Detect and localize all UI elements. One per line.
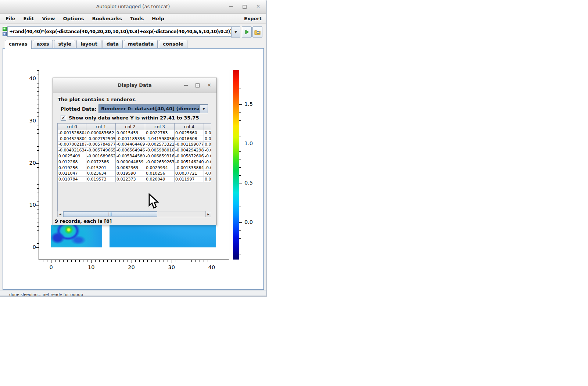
table-cell[interactable]: -0.002573321... [145,142,175,147]
table-cell[interactable]: -0.004464469... [116,142,145,147]
dialog-title-bar[interactable]: Display Data ✕ [53,78,216,93]
table-cell[interactable]: -0.005146240... [175,159,204,165]
table-cell[interactable]: 0.022373 [116,176,145,182]
tab-style[interactable]: style [54,40,75,48]
table-cell[interactable]: -0.005749665... [86,147,116,153]
filter-checkbox[interactable]: ✔ [61,115,66,121]
table-cell[interactable]: -0.004529800... [58,136,86,142]
tab-canvas[interactable]: canvas [5,40,32,49]
colorbar[interactable] [233,70,239,260]
table-cell[interactable]: -0.006564946... [116,147,145,153]
table-cell[interactable]: 0.015201 [86,165,116,171]
table-cell[interactable]: -0.0 [204,159,212,165]
table-cell[interactable]: -0.001689662... [86,153,116,159]
column-header[interactable] [204,124,212,130]
dialog-minimize-icon[interactable] [184,85,188,86]
table-cell[interactable]: 0.00 [204,136,212,142]
table-cell[interactable]: -0.002752505... [86,136,116,142]
dialog-maximize-icon[interactable] [196,83,200,87]
horizontal-scrollbar[interactable]: ◀ ||| ▶ [57,211,211,217]
table-cell[interactable]: 0.0082369 [116,165,145,171]
colorbar-tick [239,222,242,223]
table-cell[interactable]: 0.0029934 [145,165,175,171]
table-cell[interactable]: -0.005988016... [145,147,175,153]
table-cell[interactable]: -0.0 [204,165,212,171]
table-cell[interactable]: 0.012268 [58,159,86,165]
column-header[interactable]: col 4 [175,124,204,130]
x-tick [75,260,76,262]
table-cell[interactable]: 0.011997 [175,176,204,182]
close-icon[interactable]: ✕ [256,5,260,8]
tab-console[interactable]: console [159,40,187,48]
scroll-right-button[interactable]: ▶ [205,211,211,217]
maximize-icon[interactable] [243,5,247,9]
table-cell[interactable]: 0.00 [204,176,212,182]
table-cell[interactable]: 0.0022783 [145,130,175,136]
table-cell[interactable]: -0.005872606... [175,153,204,159]
menu-options[interactable]: Options [59,16,88,21]
uri-dropdown-button[interactable]: ▼ [231,26,240,37]
tab-axes[interactable]: axes [33,40,53,48]
tab-data[interactable]: data [103,40,123,48]
table-cell[interactable]: 0.019590 [116,171,145,176]
table-cell[interactable]: -0.002639263... [145,159,175,165]
table-cell[interactable]: 0.0025660 [175,130,204,136]
table-cell[interactable]: -0.001333864... [175,165,204,171]
table-cell[interactable]: -0.005784977... [86,142,116,147]
table-cell[interactable]: -0.001328804... [58,130,86,136]
minimize-icon[interactable] [229,6,233,7]
table-cell[interactable]: -0.007002187... [58,142,86,147]
menu-file[interactable]: File [1,16,19,21]
table-cell[interactable]: -0.001199077... [175,142,204,147]
plotted-data-select[interactable]: Renderer 0: dataset[40,40] (dimension...… [98,104,208,113]
table-cell[interactable]: 0.0015459 [116,130,145,136]
column-header[interactable]: col 3 [145,124,175,130]
table-cell[interactable]: 0.019256 [58,165,86,171]
column-header[interactable]: col 1 [86,124,116,130]
table-cell[interactable]: 0.000083662 [86,130,116,136]
table-cell[interactable]: 0.000044839 [116,159,145,165]
table-cell[interactable]: 0.0016608 [175,136,204,142]
table-cell[interactable]: -0.001185396... [116,136,145,142]
dialog-close-icon[interactable]: ✕ [207,83,211,87]
table-cell[interactable]: 0.0025409 [58,153,86,159]
table-cell[interactable]: -0.004921634... [58,147,86,153]
uri-input[interactable]: +rand(40,40)*(exp(-distance(40,40,20,20,… [7,26,232,37]
menu-view[interactable]: View [38,16,59,21]
menu-edit[interactable]: Edit [19,16,38,21]
table-cell[interactable]: 0.021047 [58,171,86,176]
x-tick [67,260,68,262]
table-cell[interactable]: 0.019573 [86,176,116,182]
table-cell[interactable]: 0.00 [204,142,212,147]
column-header[interactable]: col 0 [58,124,86,130]
table-cell[interactable]: 0.010784 [58,176,86,182]
table-cell[interactable]: -4.041598058... [145,136,175,142]
table-cell[interactable]: -0.0 [204,153,212,159]
table-cell[interactable]: -0.0 [204,171,212,176]
y-tick [37,75,39,75]
table-cell[interactable]: 0.00 [204,130,212,136]
menu-bookmarks[interactable]: Bookmarks [88,16,126,21]
table-cell[interactable]: 0.0072386 [86,159,116,165]
expert-toggle[interactable]: Expert [244,16,262,21]
scrollbar-thumb[interactable]: ||| [63,211,157,217]
table-cell[interactable]: 0.010256 [145,171,175,176]
tab-metadata[interactable]: metadata [124,40,158,48]
table-cell[interactable]: -0.0 [204,147,212,153]
table-cell[interactable]: -0.004294298... [175,147,204,153]
inspect-uri-button[interactable] [252,26,262,37]
combo-arrow-button[interactable]: ▼ [200,105,208,113]
tab-layout[interactable]: layout [76,40,101,48]
table-cell[interactable]: 0.023634 [86,171,116,176]
table-cell[interactable]: -0.005344580... [116,153,145,159]
table-cell[interactable]: -0.006859316... [145,153,175,159]
plot-go-button[interactable] [242,26,252,37]
menu-help[interactable]: Help [148,16,168,21]
chevron-down-icon: ▼ [202,107,205,111]
scroll-left-button[interactable]: ◀ [58,211,63,217]
plot-canvas[interactable]: 0102030400102030400.00.51.01.5 Display D… [3,48,264,290]
table-cell[interactable]: 0.0037721 [175,171,204,176]
table-cell[interactable]: 0.020049 [145,176,175,182]
menu-tools[interactable]: Tools [126,16,148,21]
column-header[interactable]: col 2 [116,124,145,130]
